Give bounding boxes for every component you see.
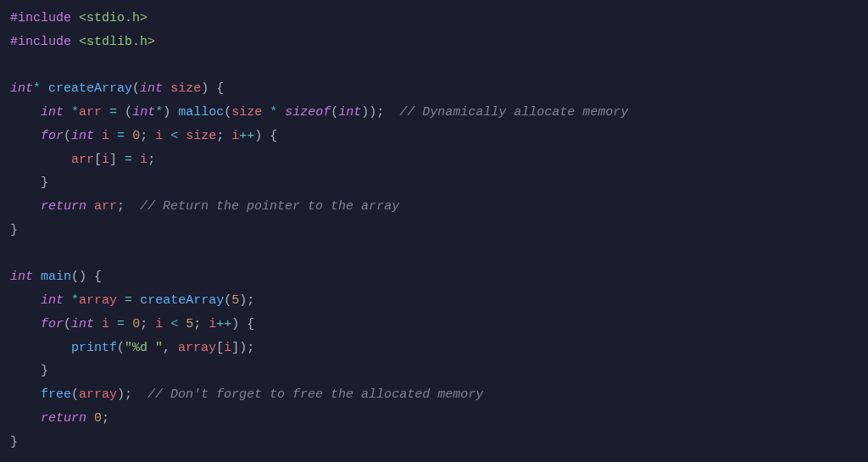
code-token — [178, 129, 186, 143]
code-token: 0 — [132, 317, 140, 331]
code-token: ; — [140, 317, 155, 331]
code-token — [86, 411, 94, 426]
code-line: return arr; // Return the pointer to the… — [10, 195, 858, 219]
code-line: } — [10, 171, 858, 195]
code-token: ) { — [254, 129, 277, 143]
code-line — [10, 54, 858, 78]
code-token: ( — [224, 293, 231, 308]
code-token: #include — [10, 11, 71, 25]
code-token: 5 — [231, 293, 239, 308]
code-token — [163, 317, 170, 331]
code-block: #include <stdio.h>#include <stdlib.h> in… — [10, 7, 858, 454]
code-token: ); — [239, 293, 254, 308]
code-token: = — [125, 293, 132, 308]
code-line: arr[i] = i; — [10, 148, 858, 172]
code-token — [117, 293, 125, 308]
code-token: i — [224, 341, 231, 355]
code-token: array — [178, 341, 216, 355]
code-token: = — [125, 153, 132, 167]
code-token: ); — [117, 387, 147, 402]
code-token: ; — [193, 317, 209, 331]
code-token: } — [41, 364, 48, 378]
code-token: for — [41, 317, 64, 331]
code-line: int *array = createArray(5); — [10, 289, 858, 313]
code-token: arr — [94, 199, 117, 214]
code-token: ( — [132, 81, 140, 96]
code-token: () { — [71, 270, 102, 284]
code-token: i — [102, 129, 109, 143]
code-token: return — [41, 199, 86, 214]
code-token: malloc — [178, 105, 224, 120]
code-token — [262, 105, 270, 120]
code-token — [178, 317, 186, 331]
code-line — [10, 242, 858, 266]
code-token: "%d " — [125, 341, 163, 355]
code-token — [277, 105, 285, 120]
code-token: ; — [147, 153, 155, 167]
code-token: arr — [79, 105, 102, 120]
code-token — [125, 317, 132, 331]
code-token: 0 — [94, 411, 102, 426]
code-token: // Don't forget to free the allocated me… — [147, 387, 483, 402]
code-token — [132, 153, 140, 167]
code-token — [102, 105, 109, 120]
code-token: return — [41, 411, 86, 426]
code-token — [41, 81, 48, 96]
code-token: i — [102, 153, 109, 167]
code-line: int main() { — [10, 265, 858, 289]
code-token — [94, 129, 102, 143]
code-line: printf("%d ", array[i]); — [10, 337, 858, 360]
code-token: 0 — [132, 129, 140, 143]
code-line: #include <stdio.h> — [10, 7, 858, 31]
code-token: int — [71, 317, 94, 331]
code-line: for(int i = 0; i < 5; i++) { — [10, 313, 858, 337]
code-token: array — [79, 387, 117, 402]
code-token: free — [41, 387, 71, 402]
code-token: int — [10, 81, 33, 96]
code-token: array — [79, 293, 117, 308]
code-token: ) { — [231, 317, 254, 331]
code-token: = — [117, 317, 125, 331]
code-token: * — [71, 105, 79, 120]
code-token: ]); — [231, 341, 254, 355]
code-line: } — [10, 359, 858, 383]
code-token: int — [41, 105, 64, 120]
code-token — [132, 293, 140, 308]
code-token: 5 — [186, 317, 193, 331]
code-token: int — [338, 105, 361, 120]
code-token: int — [132, 105, 155, 120]
code-token — [109, 129, 117, 143]
code-token: i — [140, 153, 147, 167]
code-token — [33, 270, 41, 284]
code-token — [64, 293, 71, 308]
code-token: createArray — [48, 81, 132, 96]
code-token: ( — [117, 341, 125, 355]
code-line: for(int i = 0; i < size; i++) { — [10, 125, 858, 148]
code-line: return 0; — [10, 407, 858, 431]
code-token: } — [41, 175, 48, 190]
code-token: * — [71, 293, 79, 308]
code-token: size — [186, 129, 216, 143]
code-token: int — [10, 270, 33, 284]
code-token: ( — [64, 317, 71, 331]
code-line: #include <stdlib.h> — [10, 31, 858, 54]
code-token: main — [41, 270, 71, 284]
code-token: int — [71, 129, 94, 143]
code-token: int — [140, 81, 163, 96]
code-token: ( — [71, 387, 79, 402]
code-token: = — [117, 129, 125, 143]
code-token: printf — [71, 341, 117, 355]
code-token: int — [41, 293, 64, 308]
code-token: ( — [117, 105, 132, 120]
code-token: } — [10, 223, 18, 237]
code-token: arr — [71, 153, 94, 167]
code-line: } — [10, 431, 858, 454]
code-token: ( — [224, 105, 231, 120]
code-token: i — [209, 317, 216, 331]
code-token: // Dynamically allocate memory — [399, 105, 628, 120]
code-token — [64, 105, 71, 120]
code-token: // Return the pointer to the array — [140, 199, 399, 214]
code-token: ; — [102, 411, 109, 426]
code-line: int *arr = (int*) malloc(size * sizeof(i… — [10, 101, 858, 125]
code-token: ) { — [201, 81, 224, 96]
